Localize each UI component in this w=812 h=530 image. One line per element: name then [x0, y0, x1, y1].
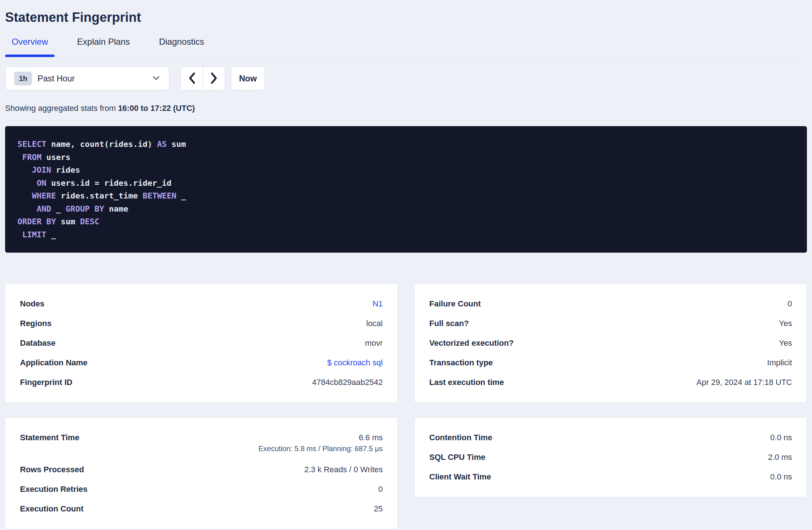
statement-times-card: Statement Time6.6 msExecution: 5.8 ms / … — [5, 417, 398, 529]
time-step-button-group — [180, 67, 225, 91]
aggregated-stats-summary: Showing aggregated stats from 16:00 to 1… — [5, 104, 807, 113]
sql-identifier: rides — [51, 165, 80, 174]
stat-label: Execution Count — [20, 503, 84, 514]
time-controls: 1h Past Hour — [5, 67, 807, 91]
sql-line: JOIN rides — [17, 164, 795, 177]
sql-keyword: DESC — [80, 217, 99, 226]
statement-fingerprint-page: Statement Fingerprint Overview Explain P… — [0, 9, 812, 529]
stat-value: 2.0 ms — [768, 452, 792, 463]
stat-label: Regions — [20, 318, 52, 329]
sql-identifier: sum — [56, 217, 80, 226]
sql-line: LIMIT _ — [17, 228, 795, 241]
sql-identifier: users — [41, 153, 70, 162]
stat-value: 0.0 ns — [770, 432, 792, 443]
sql-identifier: name, count(rides.id) — [46, 140, 157, 149]
sql-identifier — [17, 153, 22, 162]
aggregated-stats-range: 16:00 to 17:22 (UTC) — [118, 104, 195, 113]
stat-value: 0.0 ns — [770, 471, 792, 482]
time-prev-button[interactable] — [181, 67, 203, 90]
tab-bar: Overview Explain Plans Diagnostics — [5, 37, 807, 56]
chevron-down-icon — [153, 75, 160, 82]
stat-value: Yes — [779, 338, 792, 349]
sql-keyword: LIMIT — [22, 230, 46, 239]
wait-times-card: Contention Time0.0 nsSQL CPU Time2.0 msC… — [414, 417, 807, 497]
stat-value-link[interactable]: $ cockroach sql — [327, 357, 383, 368]
sql-keyword: FROM — [22, 153, 41, 162]
sql-keyword: ORDER BY — [17, 217, 56, 226]
stat-value: 0 — [378, 484, 383, 495]
sql-identifier — [17, 230, 22, 239]
sql-keyword: ON — [37, 178, 47, 188]
stat-label: Nodes — [20, 298, 44, 309]
stat-row: Contention Time0.0 ns — [429, 428, 792, 447]
sql-identifier — [17, 178, 37, 188]
sql-keyword: SELECT — [17, 140, 46, 149]
sql-line: WHERE rides.start_time BETWEEN _ — [17, 189, 795, 202]
stat-label: Statement Time — [20, 432, 79, 443]
sql-line: ON users.id = rides.rider_id — [17, 177, 795, 190]
stat-row: Regionslocal — [20, 314, 383, 333]
sql-keyword: BETWEEN — [142, 191, 176, 200]
time-range-select[interactable]: 1h Past Hour — [5, 67, 169, 91]
stat-label: Vectorized execution? — [429, 338, 514, 349]
stat-row: NodesN1 — [20, 294, 383, 314]
stat-label: Execution Retries — [20, 484, 88, 495]
stat-subvalue: Execution: 5.8 ms / Planning: 687.5 µs — [258, 444, 383, 453]
sql-identifier: rides.start_time — [56, 191, 142, 200]
stat-row: Failure Count0 — [429, 294, 792, 314]
stat-value: 4784cb829aab2542 — [312, 377, 383, 388]
stat-label: Client Wait Time — [429, 471, 491, 482]
stat-row: Execution Count25 — [20, 499, 383, 519]
stat-value: 0 — [788, 298, 792, 309]
stat-label: Failure Count — [429, 298, 481, 309]
stat-row: Fingerprint ID4784cb829aab2542 — [20, 373, 383, 392]
stat-label: Rows Processed — [20, 464, 84, 475]
tab-explain-plans[interactable]: Explain Plans — [71, 37, 136, 56]
sql-identifier: _ — [51, 204, 66, 213]
stat-row: Full scan?Yes — [429, 314, 792, 333]
page-title: Statement Fingerprint — [5, 9, 807, 25]
tab-diagnostics[interactable]: Diagnostics — [152, 37, 210, 56]
stat-row: Last execution timeApr 29, 2024 at 17:18… — [429, 373, 792, 392]
stat-label: Transaction type — [429, 357, 493, 368]
chevron-left-icon — [188, 72, 196, 85]
sql-line: FROM users — [17, 151, 795, 164]
sql-identifier — [17, 204, 37, 213]
tab-overview[interactable]: Overview — [5, 37, 55, 56]
sql-statement-box: SELECT name, count(rides.id) AS sum FROM… — [5, 126, 807, 253]
sql-keyword: GROUP BY — [65, 204, 104, 213]
stat-value: Implicit — [767, 357, 792, 368]
sql-keyword: AS — [157, 140, 167, 149]
stat-label: Application Name — [20, 357, 88, 368]
sql-keyword: AND — [37, 204, 51, 213]
sql-identifier: sum — [167, 140, 186, 149]
now-button[interactable]: Now — [231, 67, 265, 91]
sql-identifier: _ — [176, 191, 186, 200]
sql-identifier — [17, 191, 32, 200]
stat-value: 2.3 k Reads / 0 Writes — [304, 464, 383, 475]
sql-line: ORDER BY sum DESC — [17, 215, 795, 228]
time-next-button[interactable] — [203, 67, 225, 90]
stat-label: Full scan? — [429, 318, 469, 329]
stat-label: Last execution time — [429, 377, 504, 388]
sql-identifier: _ — [46, 230, 56, 239]
stats-cards-grid: NodesN1RegionslocalDatabasemovrApplicati… — [5, 284, 807, 529]
stat-value-link[interactable]: N1 — [373, 298, 383, 309]
stat-row: Application Name$ cockroach sql — [20, 353, 383, 373]
stat-row: Client Wait Time0.0 ns — [429, 467, 792, 487]
stat-row: Rows Processed2.3 k Reads / 0 Writes — [20, 460, 383, 479]
stat-row: Transaction typeImplicit — [429, 353, 792, 373]
statement-details-card: NodesN1RegionslocalDatabasemovrApplicati… — [5, 284, 398, 403]
stat-value: 6.6 ms — [359, 432, 383, 443]
stat-row: Execution Retries0 — [20, 479, 383, 499]
aggregated-stats-prefix: Showing aggregated stats from — [5, 104, 118, 113]
execution-attributes-card: Failure Count0Full scan?YesVectorized ex… — [414, 284, 807, 403]
stat-label: Database — [20, 338, 56, 349]
stat-value: Apr 29, 2024 at 17:18 UTC — [696, 377, 792, 388]
stat-value-stack: 6.6 msExecution: 5.8 ms / Planning: 687.… — [258, 432, 383, 453]
stat-row: Databasemovr — [20, 333, 383, 353]
chevron-right-icon — [210, 72, 218, 85]
stat-row: Vectorized execution?Yes — [429, 333, 792, 353]
sql-line: AND _ GROUP BY name — [17, 202, 795, 216]
time-range-badge: 1h — [14, 72, 32, 85]
